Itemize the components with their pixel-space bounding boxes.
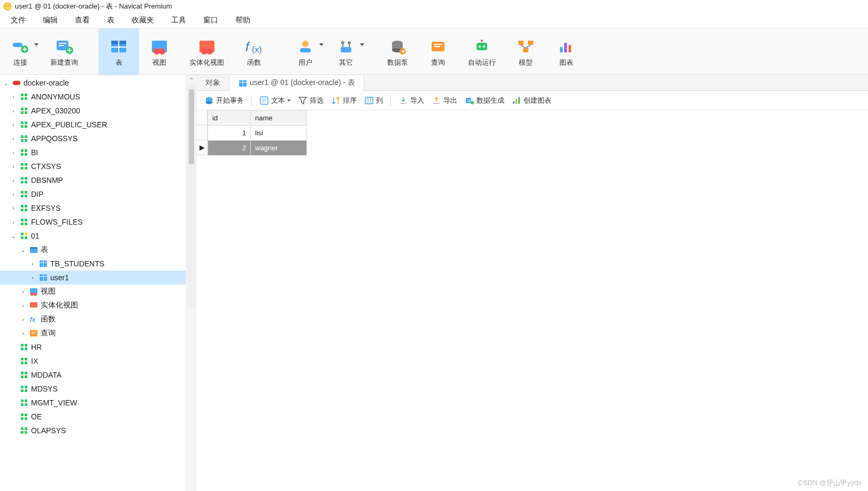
other-button[interactable]: 其它 <box>326 28 366 75</box>
tree-schema-MDSYS[interactable]: MDSYS <box>0 382 186 396</box>
tree-schema-APEX_PUBLIC_USER[interactable]: ›APEX_PUBLIC_USER <box>0 118 186 132</box>
expand-icon[interactable]: › <box>29 275 36 281</box>
svg-rect-88 <box>25 223 27 225</box>
tree-schema-MDDATA[interactable]: MDDATA <box>0 368 186 382</box>
table-row[interactable]: 2wagner <box>208 141 307 156</box>
tree-connection[interactable]: ⌄docker-oracle <box>0 76 186 90</box>
tree-schema-MGMT_VIEW[interactable]: MGMT_VIEW <box>0 396 186 410</box>
tree-group-函数[interactable]: ›fx函数 <box>0 312 186 326</box>
filter[interactable]: 筛选 <box>295 94 327 108</box>
expand-icon[interactable]: › <box>10 122 17 128</box>
scroll-thumb[interactable] <box>187 84 196 309</box>
svg-rect-35 <box>477 43 487 50</box>
tree-group-查询[interactable]: ›查询 <box>0 326 186 340</box>
menu-表[interactable]: 表 <box>98 13 123 27</box>
expand-icon[interactable]: › <box>19 331 27 336</box>
import[interactable]: 导入 <box>395 94 427 108</box>
datapump-button[interactable]: 数据泵 <box>377 28 418 75</box>
tree-schema-HR[interactable]: HR <box>0 340 186 354</box>
expand-icon[interactable]: › <box>19 303 27 309</box>
begin-transaction[interactable]: 开始事务 <box>201 94 247 108</box>
tree-group-视图[interactable]: ›视图 <box>0 285 186 298</box>
columns[interactable]: 列 <box>361 94 386 108</box>
table-row[interactable]: 1lisi <box>208 126 307 141</box>
expand-icon[interactable]: › <box>10 136 17 142</box>
expand-icon[interactable]: › <box>19 317 27 323</box>
data-grid[interactable]: ▶ idname1lisi2wagner <box>197 110 868 156</box>
autorun-button[interactable]: 自动运行 <box>458 28 505 75</box>
tree-schema-APPQOSSYS[interactable]: ›APPQOSSYS <box>0 132 186 145</box>
tab-objects[interactable]: 对象 <box>197 75 229 90</box>
row-indicator[interactable]: ▶ <box>197 140 207 155</box>
query-button[interactable]: 查询 <box>418 28 458 75</box>
expand-icon[interactable]: › <box>29 261 36 267</box>
col-header-id[interactable]: id <box>208 111 251 126</box>
expand-icon[interactable]: ⌄ <box>2 80 10 86</box>
expand-icon[interactable]: › <box>10 219 17 225</box>
row-indicator[interactable] <box>197 125 207 140</box>
svg-point-102 <box>30 293 34 296</box>
tree-schema-BI[interactable]: ›BI <box>0 145 186 159</box>
cell-name[interactable]: wagner <box>251 141 307 156</box>
svg-point-21 <box>302 41 309 47</box>
expand-icon[interactable]: › <box>10 191 17 197</box>
expand-icon[interactable]: › <box>10 94 17 100</box>
expand-icon[interactable]: › <box>10 150 17 156</box>
chart-button[interactable]: 图表 <box>546 28 587 75</box>
cell-id[interactable]: 1 <box>208 126 251 141</box>
view-button[interactable]: 视图 <box>139 28 180 75</box>
menu-帮助[interactable]: 帮助 <box>227 13 259 27</box>
model-button[interactable]: 模型 <box>505 28 546 75</box>
text-mode[interactable]: 文本 <box>256 94 294 108</box>
tree-schema-DIP[interactable]: ›DIP <box>0 187 186 201</box>
tree-table-user1[interactable]: ›user1 <box>0 271 186 285</box>
menu-窗口[interactable]: 窗口 <box>195 13 227 27</box>
tree-schema-OE[interactable]: OE <box>0 410 186 424</box>
dropdown-icon[interactable] <box>319 43 324 46</box>
expand-icon[interactable]: › <box>10 108 17 114</box>
expand-icon[interactable]: › <box>10 164 17 170</box>
create-chart[interactable]: 创建图表 <box>509 94 555 108</box>
tree-schema-DBSNMP[interactable]: ›DBSNMP <box>0 173 186 187</box>
export[interactable]: 导出 <box>428 94 460 108</box>
tree-schema-IX[interactable]: IX <box>0 354 186 368</box>
tree-schema-ANONYMOUS[interactable]: ›ANONYMOUS <box>0 90 186 104</box>
menu-编辑[interactable]: 编辑 <box>34 13 66 27</box>
connection-button[interactable]: 连接 <box>0 28 41 75</box>
sort[interactable]: 排序 <box>328 94 360 108</box>
dropdown-icon[interactable] <box>34 43 39 46</box>
tree-schema-OLAPSYS[interactable]: OLAPSYS <box>0 424 186 438</box>
col-header-name[interactable]: name <box>251 111 307 126</box>
tree-schema-CTXSYS[interactable]: ›CTXSYS <box>0 159 186 173</box>
tree-group-实体化视图[interactable]: ›实体化视图 <box>0 298 186 312</box>
expand-icon[interactable]: ⌄ <box>10 233 17 239</box>
tree-group-tables[interactable]: ⌄表 <box>0 243 186 257</box>
expand-icon[interactable]: › <box>10 205 17 211</box>
tree-schema-APEX_030200[interactable]: ›APEX_030200 <box>0 104 186 118</box>
function-button[interactable]: f(x)函数 <box>234 28 274 75</box>
table-button[interactable]: 表 <box>98 28 139 75</box>
menu-查看[interactable]: 查看 <box>66 13 98 27</box>
data-gen[interactable]: 101数据生成 <box>462 94 508 108</box>
cell-name[interactable]: lisi <box>251 126 307 141</box>
expand-icon[interactable]: › <box>10 178 17 183</box>
cell-id[interactable]: 2 <box>208 141 251 156</box>
sidebar-scrollbar[interactable]: ⌃ <box>186 75 197 491</box>
expand-icon[interactable]: ⌄ <box>19 247 27 253</box>
new-query-button[interactable]: 新建查询 <box>41 28 88 75</box>
dropdown-icon[interactable] <box>360 43 364 46</box>
tree-schema-FLOWS_FILES[interactable]: ›FLOWS_FILES <box>0 215 186 229</box>
tree-schema-current[interactable]: ⌄01 <box>0 229 186 243</box>
expand-icon[interactable]: › <box>19 289 27 295</box>
connection-tree[interactable]: ⌄docker-oracle›ANONYMOUS›APEX_030200›APE… <box>0 75 186 491</box>
menu-工具[interactable]: 工具 <box>163 13 195 27</box>
tree-table-TB_STUDENTS[interactable]: ›TB_STUDENTS <box>0 257 186 271</box>
menu-文件[interactable]: 文件 <box>2 13 34 27</box>
scroll-up-icon[interactable]: ⌃ <box>189 77 194 83</box>
menu-收藏夹[interactable]: 收藏夹 <box>123 13 163 27</box>
dropdown-icon[interactable] <box>287 99 290 102</box>
tree-schema-EXFSYS[interactable]: ›EXFSYS <box>0 201 186 215</box>
tab-user1-table[interactable]: user1 @ 01 (docker-oracle) - 表 <box>229 75 364 91</box>
user-button[interactable]: 用户 <box>285 28 326 75</box>
materialized-view-button[interactable]: 实体化视图 <box>180 28 234 75</box>
